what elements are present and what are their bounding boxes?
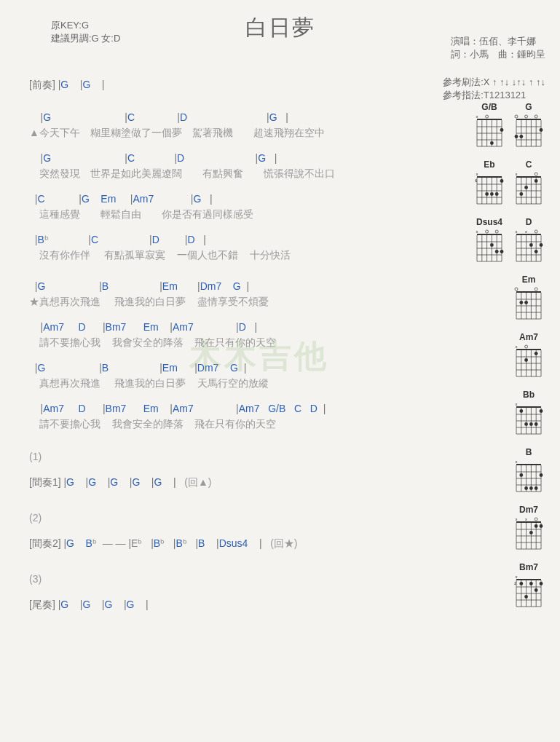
- chord-diagram: Bx: [513, 447, 544, 494]
- chord-line: |G |B |Em |Dm7 G |: [29, 360, 437, 376]
- chord-line: |Bᵇ |C |D |D |: [29, 232, 437, 248]
- svg-point-199: [519, 582, 523, 585]
- section-num: (3): [29, 572, 437, 587]
- lyric-line: 這種感覺 輕鬆自由 你是否有過同樣感受: [29, 207, 437, 222]
- section-num: (2): [29, 510, 437, 526]
- svg-point-26: [515, 115, 518, 118]
- svg-rect-117: [516, 349, 541, 350]
- svg-point-165: [535, 486, 538, 490]
- svg-text:x: x: [516, 517, 518, 521]
- svg-text:2: 2: [514, 581, 517, 585]
- chord-name: D: [526, 217, 532, 227]
- svg-point-111: [515, 288, 518, 291]
- svg-point-132: [535, 352, 538, 355]
- chord-name: Dsus4: [476, 217, 502, 227]
- chord-diagram: Dsus4x: [474, 217, 505, 264]
- svg-text:x: x: [516, 344, 518, 349]
- lyric-line: ▲今天下午 糊里糊塗做了一個夢 駕著飛機 超速飛翔在空中: [29, 125, 437, 141]
- credits: 詞：小馬 曲：鍾昀呈: [451, 48, 545, 61]
- svg-text:x: x: [516, 459, 518, 464]
- strum: 參考刷法:X ↑ ↑↓ ↓↑↓ ↑ ↑↓: [443, 76, 545, 89]
- svg-point-64: [524, 186, 528, 189]
- svg-text:x: x: [516, 172, 518, 176]
- chord-name: Bm7: [519, 562, 538, 572]
- svg-point-197: [540, 582, 543, 585]
- section-num: (1): [29, 449, 437, 465]
- svg-point-27: [525, 115, 528, 118]
- chord-diagram: Bm7x2: [513, 562, 544, 609]
- svg-point-30: [519, 135, 523, 138]
- section-outro: [尾奏]: [29, 599, 55, 610]
- svg-point-98: [540, 243, 543, 247]
- chord-name: Bb: [523, 390, 535, 400]
- svg-rect-0: [477, 119, 502, 120]
- svg-text:x: x: [476, 172, 478, 176]
- svg-point-61: [535, 173, 537, 175]
- chord-diagram: Ebx6: [474, 159, 505, 207]
- svg-text:x: x: [516, 229, 518, 234]
- chord-diagram: Bbx: [513, 390, 544, 437]
- svg-text:x: x: [476, 229, 478, 234]
- section-inter2: [間奏2]: [29, 537, 61, 549]
- lyric-line: 沒有你作伴 有點孤單寂寞 一個人也不錯 十分快活: [29, 248, 437, 263]
- svg-point-45: [495, 192, 499, 196]
- svg-point-28: [535, 115, 537, 118]
- svg-point-112: [535, 288, 537, 291]
- chord-name: Eb: [484, 159, 494, 170]
- svg-point-129: [525, 345, 528, 348]
- chord-diagram: Am7x: [513, 332, 544, 379]
- svg-point-164: [519, 473, 523, 477]
- svg-point-82: [500, 250, 504, 253]
- chord-line: |G |C |D |G |: [29, 110, 437, 125]
- lyric-line: 突然發現 世界是如此美麗遼闊 有點興奮 慌張得說不出口: [29, 166, 437, 181]
- chord-diagram: Dxx: [513, 217, 544, 264]
- svg-rect-100: [516, 291, 541, 293]
- svg-rect-83: [516, 234, 541, 235]
- lyric-line: ★真想再次飛進 飛進我的白日夢 盡情享受不煩憂: [29, 294, 437, 309]
- lyric-line: 真想再次飛進 飛進我的白日夢 天馬行空的放縱: [29, 376, 437, 391]
- svg-text:x: x: [516, 402, 518, 406]
- meta-left: 原KEY:G 建議男調:G 女:D: [51, 19, 120, 45]
- pattern-ref: 參考刷法:X ↑ ↑↓ ↓↑↓ ↑ ↑↓ 參考指法:T1213121: [443, 76, 545, 102]
- svg-text:x: x: [525, 517, 527, 521]
- svg-point-12: [486, 115, 489, 118]
- svg-rect-134: [516, 406, 541, 408]
- chord-line: |Am7 D |Bm7 Em |Am7 |Am7 G/B C D |: [29, 401, 437, 417]
- svg-point-166: [529, 486, 533, 490]
- svg-point-78: [486, 230, 489, 233]
- meta-right: 演唱：伍佰、李千娜 詞：小馬 曲：鍾昀呈: [451, 35, 545, 61]
- chord-name: B: [526, 447, 532, 457]
- svg-point-167: [524, 486, 528, 490]
- cue: (回▲): [184, 476, 211, 488]
- suggest-key: 建議男調:G 女:D: [51, 32, 120, 45]
- section-intro: [前奏]: [29, 79, 55, 90]
- svg-point-99: [535, 250, 538, 253]
- svg-point-182: [540, 524, 543, 528]
- svg-point-200: [535, 588, 538, 592]
- chord-diagrams: G/BxGEbx6CxDsus4xDxxEmAm7xBbxBxDm7xxBm7x…: [449, 102, 544, 620]
- svg-text:x: x: [525, 229, 527, 234]
- svg-text:x: x: [516, 575, 518, 579]
- chord-line: |Am7 D |Bm7 Em |Am7 |D |: [29, 320, 437, 335]
- chord-line: |C |G Em |Am7 |G |: [29, 192, 437, 207]
- svg-rect-185: [516, 579, 541, 580]
- artists: 演唱：伍佰、李千娜: [451, 35, 545, 48]
- chord-diagram: Dm7xx: [513, 505, 544, 552]
- lyric-line: 請不要擔心我 我會安全的降落 飛在只有你的天空: [29, 417, 437, 432]
- svg-point-201: [524, 595, 528, 599]
- chord-sheet: [前奏] |G |G | |G |C |D |G |▲今天下午 糊里糊塗做了一個…: [29, 77, 437, 612]
- svg-point-29: [540, 128, 543, 132]
- svg-point-65: [519, 192, 523, 196]
- svg-point-31: [515, 135, 518, 138]
- chord-name: G/B: [481, 102, 497, 112]
- svg-point-63: [535, 179, 538, 183]
- orig-key: 原KEY:G: [51, 19, 120, 32]
- svg-point-146: [540, 409, 543, 413]
- pick: 參考指法:T1213121: [443, 89, 545, 102]
- cue: (回★): [270, 537, 297, 549]
- svg-point-198: [529, 582, 533, 585]
- svg-point-79: [495, 230, 498, 233]
- svg-point-46: [490, 192, 494, 196]
- chord-diagram: G/Bx: [474, 102, 505, 149]
- svg-point-96: [535, 230, 537, 233]
